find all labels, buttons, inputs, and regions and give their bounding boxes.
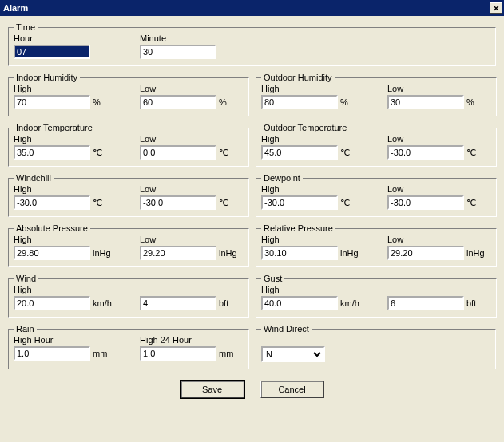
unit-ot-high: ℃ bbox=[340, 148, 350, 158]
group-rain: Rain High Hour mm High 24 Hour mm bbox=[8, 324, 249, 369]
legend-wind-direct: Wind Direct bbox=[261, 324, 312, 333]
window-title: Alarm bbox=[3, 3, 28, 13]
label-dp-high: High bbox=[261, 184, 365, 194]
legend-indoor-temperature: Indoor Temperature bbox=[14, 123, 95, 132]
unit-gust-bft: bft bbox=[466, 298, 476, 308]
unit-it-low: ℃ bbox=[219, 148, 228, 158]
input-ih-high[interactable] bbox=[14, 95, 90, 109]
label-it-high: High bbox=[14, 134, 117, 144]
label-ih-high: High bbox=[14, 84, 117, 93]
input-dp-high[interactable] bbox=[261, 195, 338, 210]
input-hour[interactable] bbox=[14, 45, 90, 59]
unit-wc-low: ℃ bbox=[219, 198, 228, 208]
input-rain-hour[interactable] bbox=[14, 346, 90, 361]
group-wind: Wind High km/h bft bbox=[8, 274, 249, 318]
label-wind-bft bbox=[140, 285, 244, 294]
label-rain-hour: High Hour bbox=[14, 335, 117, 345]
input-ap-low[interactable] bbox=[140, 246, 216, 260]
label-ih-low: Low bbox=[140, 84, 244, 93]
label-gust-bft bbox=[387, 285, 491, 294]
group-outdoor-temperature: Outdoor Temperature High ℃ Low ℃ bbox=[256, 123, 497, 167]
label-dp-low: Low bbox=[387, 184, 491, 194]
label-ap-low: Low bbox=[140, 235, 244, 244]
legend-time: Time bbox=[14, 22, 38, 32]
legend-gust: Gust bbox=[261, 274, 284, 283]
select-wind-direct[interactable]: N bbox=[261, 346, 325, 362]
legend-windchill: Windchill bbox=[14, 173, 54, 183]
input-it-low[interactable] bbox=[140, 145, 216, 160]
cancel-button[interactable]: Cancel bbox=[260, 381, 324, 398]
group-indoor-temperature: Indoor Temperature High ℃ Low ℃ bbox=[8, 123, 249, 167]
unit-ot-low: ℃ bbox=[466, 148, 476, 158]
unit-rp-high: inHg bbox=[340, 248, 359, 258]
input-wind-bft[interactable] bbox=[140, 296, 216, 310]
input-wind-high[interactable] bbox=[14, 296, 90, 310]
legend-indoor-humidity: Indoor Humidity bbox=[14, 73, 80, 82]
unit-ih-low: % bbox=[219, 97, 227, 107]
label-rp-low: Low bbox=[387, 235, 491, 244]
label-oh-low: Low bbox=[387, 84, 491, 93]
label-wind-high: High bbox=[14, 285, 117, 294]
close-button[interactable]: ✕ bbox=[490, 2, 502, 14]
label-gust-high: High bbox=[261, 285, 365, 294]
legend-rain: Rain bbox=[14, 324, 37, 333]
group-indoor-humidity: Indoor Humidity High % Low % bbox=[8, 73, 249, 116]
unit-wind-high: km/h bbox=[93, 298, 112, 308]
close-icon: ✕ bbox=[493, 4, 499, 13]
titlebar: Alarm ✕ bbox=[0, 0, 504, 16]
label-ot-high: High bbox=[261, 134, 365, 144]
legend-absolute-pressure: Absolute Pressure bbox=[14, 223, 90, 233]
unit-oh-high: % bbox=[340, 97, 348, 107]
input-oh-high[interactable] bbox=[261, 95, 338, 109]
legend-outdoor-temperature: Outdoor Temperature bbox=[261, 123, 349, 132]
group-outdoor-humidity: Outdoor Humidity High % Low % bbox=[256, 73, 497, 116]
unit-it-high: ℃ bbox=[93, 148, 102, 158]
label-ot-low: Low bbox=[387, 134, 491, 144]
group-absolute-pressure: Absolute Pressure High inHg Low inHg bbox=[8, 223, 249, 267]
input-gust-high[interactable] bbox=[261, 296, 338, 310]
buttons-row: Save Cancel bbox=[5, 381, 499, 398]
legend-outdoor-humidity: Outdoor Humidity bbox=[261, 73, 335, 82]
unit-rp-low: inHg bbox=[466, 248, 485, 258]
input-rp-high[interactable] bbox=[261, 246, 338, 260]
input-ih-low[interactable] bbox=[140, 95, 216, 109]
group-wind-direct: Wind Direct N bbox=[256, 324, 496, 369]
input-oh-low[interactable] bbox=[387, 95, 464, 109]
legend-relative-pressure: Relative Pressure bbox=[261, 223, 335, 233]
label-oh-high: High bbox=[261, 84, 365, 93]
input-gust-bft[interactable] bbox=[387, 296, 464, 310]
legend-dewpoint: Dewpoint bbox=[261, 173, 303, 183]
label-ap-high: High bbox=[14, 235, 117, 244]
unit-dp-low: ℃ bbox=[466, 198, 476, 208]
input-rain-24h[interactable] bbox=[140, 346, 216, 361]
group-windchill: Windchill High ℃ Low ℃ bbox=[8, 173, 249, 217]
save-button[interactable]: Save bbox=[181, 381, 244, 398]
unit-oh-low: % bbox=[466, 97, 474, 107]
group-time: Time Hour Minute bbox=[8, 22, 496, 66]
unit-rain-hour: mm bbox=[93, 349, 107, 358]
group-gust: Gust High km/h bft bbox=[256, 274, 497, 318]
legend-wind: Wind bbox=[14, 274, 38, 283]
unit-gust-high: km/h bbox=[340, 298, 359, 308]
label-rp-high: High bbox=[261, 235, 365, 244]
input-ap-high[interactable] bbox=[14, 246, 90, 260]
label-minute: Minute bbox=[140, 34, 244, 43]
label-hour: Hour bbox=[14, 34, 117, 43]
input-rp-low[interactable] bbox=[387, 246, 464, 260]
group-relative-pressure: Relative Pressure High inHg Low inHg bbox=[256, 223, 497, 267]
input-ot-low[interactable] bbox=[387, 145, 464, 160]
label-rain-24h: High 24 Hour bbox=[140, 335, 244, 345]
unit-rain-24h: mm bbox=[219, 349, 233, 358]
input-ot-high[interactable] bbox=[261, 145, 338, 160]
unit-ap-high: inHg bbox=[93, 248, 111, 258]
input-wc-high[interactable] bbox=[14, 195, 90, 210]
label-wc-low: Low bbox=[140, 184, 244, 194]
unit-ih-high: % bbox=[93, 97, 101, 107]
input-it-high[interactable] bbox=[14, 145, 90, 160]
label-wc-high: High bbox=[14, 184, 117, 194]
group-dewpoint: Dewpoint High ℃ Low ℃ bbox=[256, 173, 497, 217]
input-dp-low[interactable] bbox=[387, 195, 464, 210]
input-wc-low[interactable] bbox=[140, 195, 216, 210]
unit-ap-low: inHg bbox=[219, 248, 237, 258]
input-minute[interactable] bbox=[140, 45, 216, 59]
